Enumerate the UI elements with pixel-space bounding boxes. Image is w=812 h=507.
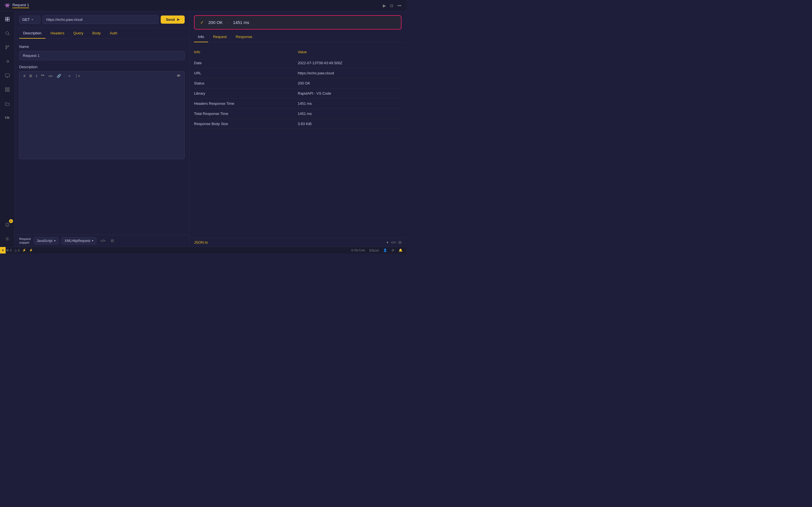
tab-description[interactable]: Description — [19, 28, 45, 39]
svg-rect-1 — [7, 17, 9, 19]
code-view-icon[interactable]: </> — [99, 237, 107, 244]
row-key-status: Status — [194, 81, 298, 86]
right-panel: ✓ 200 OK · 1451 ms Info Request Response — [190, 11, 406, 247]
name-input[interactable] — [19, 51, 185, 60]
json-copy-icon[interactable]: ⊟ — [398, 240, 402, 244]
language-chevron-icon: ▾ — [54, 239, 56, 242]
play-icon[interactable]: ▶ — [383, 3, 386, 8]
send-arrow-icon: ➤ — [176, 17, 180, 22]
sidebar-item-folder[interactable] — [3, 99, 12, 108]
tab-body[interactable]: Body — [89, 28, 105, 39]
svg-rect-0 — [5, 17, 7, 19]
info-row-library: Library RapidAPI - VS Code — [194, 89, 402, 99]
url-bar: GET ▾ Send ➤ — [15, 11, 189, 28]
toolbar-preview-btn[interactable]: 👁 — [175, 73, 182, 78]
row-val-body-size: 3.83 KiB — [298, 122, 402, 126]
tab-auth[interactable]: Auth — [106, 28, 121, 39]
sidebar-item-branch[interactable] — [3, 43, 12, 52]
svg-rect-2 — [5, 19, 7, 21]
content-area: GET ▾ Send ➤ Description Headers Quer — [15, 11, 406, 247]
window-title: Request 1 — [12, 3, 29, 8]
request-tabs: Description Headers Query Body Auth — [15, 28, 189, 39]
layout-icon[interactable]: ⊡ — [390, 3, 393, 8]
json-chevron-icon[interactable]: ▾ — [387, 240, 389, 244]
title-bar-right: ▶ ⊡ ••• — [383, 3, 402, 8]
bell-icon[interactable]: 🔔 — [399, 248, 403, 252]
toolbar-heading-btn[interactable]: # — [22, 73, 27, 78]
svg-point-7 — [6, 48, 6, 49]
library-label: XMLHttpRequest — [64, 239, 90, 243]
info-row-total-time: Total Response Time 1451 ms — [194, 109, 402, 119]
tab-headers[interactable]: Headers — [47, 28, 68, 39]
bottom-bar: Requestsnippet JavaScript ▾ XMLHttpReque… — [15, 235, 189, 247]
sidebar-item-send[interactable] — [3, 57, 12, 66]
copy-icon[interactable]: ⊟ — [110, 237, 115, 244]
title-bar: 👾 Request 1 ▶ ⊡ ••• — [0, 0, 406, 11]
notification-badge: 1 — [9, 219, 13, 223]
antenna-icon: ⊙ — [351, 248, 354, 252]
left-panel: GET ▾ Send ➤ Description Headers Quer — [15, 11, 190, 247]
row-val-date: 2022-07-13T08:43:49.500Z — [298, 61, 402, 65]
person-icon[interactable]: 👤 — [383, 248, 387, 252]
response-tab-response[interactable]: Response — [232, 32, 256, 42]
library-select[interactable]: XMLHttpRequest ▾ — [61, 237, 96, 244]
send-label: Send — [166, 17, 175, 22]
svg-rect-18 — [8, 90, 9, 92]
send-button[interactable]: Send ➤ — [161, 15, 185, 24]
sidebar-item-settings[interactable] — [3, 234, 12, 243]
response-tab-request[interactable]: Request — [209, 32, 231, 42]
chevron-down-icon: ▾ — [32, 18, 33, 21]
svg-line-11 — [6, 47, 8, 48]
more-icon[interactable]: ••• — [397, 3, 402, 8]
toolbar-ordered-list-btn[interactable]: ⋮≡ — [73, 73, 82, 78]
status-bar-left: ⊗ 0 △ 0 ⚡ ⚡ — [6, 248, 33, 252]
toolbar-link-btn[interactable]: 🔗 — [56, 73, 62, 78]
svg-rect-16 — [8, 88, 9, 89]
toolbar-code-btn[interactable]: </> — [47, 74, 54, 78]
svg-rect-3 — [7, 19, 9, 21]
sidebar-item-search[interactable] — [3, 29, 12, 38]
main-layout: FM 1 GET ▾ Send ➤ — [0, 11, 406, 247]
sync-icon[interactable]: ⇄ — [392, 248, 394, 252]
toolbar-separator — [64, 74, 65, 78]
response-tabs: Info Request Response — [190, 32, 406, 43]
status-bar: ✕ ⊗ 0 △ 0 ⚡ ⚡ ⊙ Go Live ESLint 👤 ⇄ 🔔 — [0, 247, 406, 253]
description-label: Description — [19, 65, 185, 69]
description-editor[interactable] — [19, 80, 185, 159]
language-label: JavaScript — [37, 239, 52, 243]
method-select[interactable]: GET ▾ — [19, 15, 40, 24]
sidebar-item-fm[interactable]: FM — [3, 113, 12, 122]
info-table-header: Info Value — [194, 48, 402, 56]
toolbar-bold-btn[interactable]: B — [28, 73, 33, 78]
toolbar-list-btn[interactable]: ≡ — [67, 73, 71, 78]
sidebar-item-notification[interactable]: 1 — [3, 220, 12, 229]
status-dot: · — [227, 20, 229, 25]
svg-rect-17 — [5, 90, 7, 92]
row-key-headers-time: Headers Response Time — [194, 101, 298, 106]
json-code-icon[interactable]: </> — [391, 240, 396, 244]
response-tab-info[interactable]: Info — [194, 32, 208, 42]
svg-rect-15 — [5, 88, 7, 89]
svg-point-22 — [6, 238, 8, 240]
toolbar-quote-btn[interactable]: ❝❝ — [40, 73, 45, 78]
sidebar-item-grid[interactable] — [3, 85, 12, 94]
language-select[interactable]: JavaScript ▾ — [34, 237, 59, 244]
row-val-status: 200 OK — [298, 81, 402, 86]
lightning-icon-2: ⚡ — [29, 248, 33, 252]
eslint-btn[interactable]: ESLint — [370, 249, 378, 252]
response-status-bar: ✓ 200 OK · 1451 ms — [194, 15, 402, 30]
toolbar-italic-btn[interactable]: I — [35, 73, 38, 78]
info-row-status: Status 200 OK — [194, 78, 402, 89]
tab-query[interactable]: Query — [69, 28, 87, 39]
name-label: Name — [19, 45, 185, 49]
app-icon: 👾 — [4, 3, 10, 8]
sidebar-bottom: 1 — [3, 220, 12, 243]
sidebar-item-layers[interactable] — [3, 15, 12, 24]
sidebar-item-monitor[interactable] — [3, 71, 12, 80]
svg-point-4 — [6, 32, 9, 35]
go-live-btn[interactable]: ⊙ Go Live — [351, 248, 365, 252]
svg-rect-12 — [5, 74, 9, 77]
info-row-body-size: Response Body Size 3.83 KiB — [194, 119, 402, 129]
url-input[interactable] — [43, 15, 158, 24]
json-label: JSON to — [194, 240, 208, 244]
